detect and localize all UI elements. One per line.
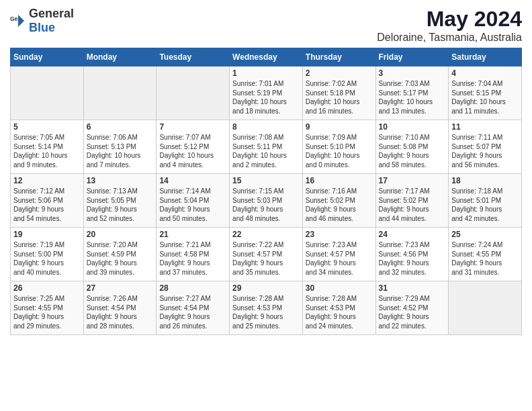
calendar-cell: 12Sunrise: 7:12 AMSunset: 5:06 PMDayligh…: [11, 174, 84, 228]
day-number: 17: [379, 176, 446, 185]
calendar-cell: 23Sunrise: 7:23 AMSunset: 4:57 PMDayligh…: [302, 228, 375, 281]
day-info-line: Daylight: 9 hours: [13, 259, 81, 268]
calendar-cell: 10Sunrise: 7:10 AMSunset: 5:08 PMDayligh…: [375, 120, 449, 174]
day-info-line: Daylight: 9 hours: [306, 205, 373, 214]
calendar-cell: 16Sunrise: 7:16 AMSunset: 5:02 PMDayligh…: [302, 174, 375, 228]
day-info-line: and 42 minutes.: [451, 214, 519, 224]
day-info-line: Daylight: 9 hours: [451, 259, 519, 268]
day-info-line: and 31 minutes.: [451, 268, 519, 277]
day-info-line: Daylight: 9 hours: [306, 312, 373, 322]
day-info-line: Sunset: 4:58 PM: [159, 250, 226, 259]
day-number: 20: [87, 230, 154, 239]
day-info-line: Sunset: 5:08 PM: [379, 142, 446, 152]
day-info: Sunrise: 7:22 AMSunset: 4:57 PMDaylight:…: [232, 240, 300, 277]
calendar-cell: 21Sunrise: 7:21 AMSunset: 4:58 PMDayligh…: [157, 228, 230, 281]
calendar-cell: 25Sunrise: 7:24 AMSunset: 4:55 PMDayligh…: [449, 228, 522, 281]
day-info-line: Sunrise: 7:06 AM: [87, 133, 154, 142]
day-info: Sunrise: 7:17 AMSunset: 5:02 PMDaylight:…: [379, 187, 446, 223]
day-info-line: Daylight: 9 hours: [232, 259, 300, 268]
day-number: 24: [379, 230, 446, 239]
day-info-line: and 22 minutes.: [379, 322, 446, 331]
day-info-line: Sunrise: 7:20 AM: [87, 240, 154, 250]
day-info-line: Daylight: 10 hours: [306, 97, 373, 107]
col-tuesday: Tuesday: [157, 48, 230, 66]
day-info: Sunrise: 7:01 AMSunset: 5:19 PMDaylight:…: [232, 79, 300, 116]
day-number: 19: [13, 230, 81, 239]
calendar-header-row: Sunday Monday Tuesday Wednesday Thursday…: [11, 48, 522, 66]
day-info-line: Sunset: 4:57 PM: [232, 250, 300, 259]
day-info: Sunrise: 7:24 AMSunset: 4:55 PMDaylight:…: [451, 240, 519, 277]
logo-icon: Gen: [10, 13, 26, 29]
day-info-line: and 29 minutes.: [13, 322, 81, 331]
day-info-line: Sunset: 5:19 PM: [232, 89, 300, 98]
day-number: 29: [232, 283, 300, 293]
day-number: 8: [232, 122, 300, 132]
day-info-line: Daylight: 9 hours: [379, 259, 446, 268]
day-info: Sunrise: 7:11 AMSunset: 5:07 PMDaylight:…: [451, 133, 519, 169]
day-info-line: Sunset: 5:07 PM: [451, 142, 519, 152]
day-info: Sunrise: 7:27 AMSunset: 4:54 PMDaylight:…: [159, 294, 226, 330]
logo-text: General Blue: [29, 7, 74, 35]
calendar-cell: 7Sunrise: 7:07 AMSunset: 5:12 PMDaylight…: [157, 120, 230, 174]
day-info-line: Daylight: 10 hours: [306, 151, 373, 161]
day-info-line: Sunrise: 7:28 AM: [306, 294, 373, 304]
day-info-line: Daylight: 9 hours: [13, 205, 81, 214]
day-info-line: Sunset: 5:17 PM: [379, 89, 446, 98]
day-info-line: and 44 minutes.: [379, 214, 446, 224]
day-info-line: Sunset: 4:55 PM: [13, 304, 81, 313]
day-info-line: Sunset: 5:15 PM: [451, 89, 519, 98]
calendar-cell: 4Sunrise: 7:04 AMSunset: 5:15 PMDaylight…: [449, 66, 522, 120]
calendar-week-3: 12Sunrise: 7:12 AMSunset: 5:06 PMDayligh…: [11, 174, 522, 228]
day-info-line: Sunset: 5:00 PM: [13, 250, 81, 259]
day-info-line: Sunset: 5:06 PM: [13, 196, 81, 205]
day-info-line: and 4 minutes.: [159, 161, 226, 170]
calendar-cell: 9Sunrise: 7:09 AMSunset: 5:10 PMDaylight…: [302, 120, 375, 174]
day-info-line: and 16 minutes.: [306, 107, 373, 116]
day-info: Sunrise: 7:05 AMSunset: 5:14 PMDaylight:…: [13, 133, 81, 169]
day-info-line: Sunrise: 7:13 AM: [87, 187, 154, 196]
day-info-line: Sunset: 5:05 PM: [87, 196, 154, 205]
day-info: Sunrise: 7:23 AMSunset: 4:57 PMDaylight:…: [306, 240, 373, 277]
day-info-line: Sunset: 5:10 PM: [306, 142, 373, 152]
day-info-line: Daylight: 10 hours: [159, 151, 226, 161]
day-number: 16: [306, 176, 373, 185]
day-info: Sunrise: 7:03 AMSunset: 5:17 PMDaylight:…: [379, 79, 446, 116]
day-info: Sunrise: 7:28 AMSunset: 4:53 PMDaylight:…: [306, 294, 373, 330]
day-number: 4: [451, 68, 519, 78]
day-number: 1: [232, 68, 300, 78]
day-info-line: Sunrise: 7:22 AM: [232, 240, 300, 250]
day-info-line: Daylight: 9 hours: [87, 205, 154, 214]
day-number: 2: [306, 68, 373, 78]
day-info: Sunrise: 7:15 AMSunset: 5:03 PMDaylight:…: [232, 187, 300, 223]
calendar-cell: 27Sunrise: 7:26 AMSunset: 4:54 PMDayligh…: [83, 281, 157, 335]
day-info: Sunrise: 7:04 AMSunset: 5:15 PMDaylight:…: [451, 79, 519, 116]
calendar-cell: 29Sunrise: 7:28 AMSunset: 4:53 PMDayligh…: [230, 281, 303, 335]
day-number: 10: [379, 122, 446, 132]
day-number: 13: [87, 176, 154, 185]
calendar-cell: 22Sunrise: 7:22 AMSunset: 4:57 PMDayligh…: [230, 228, 303, 281]
day-number: 23: [306, 230, 373, 239]
day-info: Sunrise: 7:21 AMSunset: 4:58 PMDaylight:…: [159, 240, 226, 277]
calendar-cell: 3Sunrise: 7:03 AMSunset: 5:17 PMDaylight…: [375, 66, 449, 120]
day-info-line: Daylight: 10 hours: [13, 151, 81, 161]
day-info-line: Sunset: 4:54 PM: [87, 304, 154, 313]
day-number: 30: [306, 283, 373, 293]
day-number: 22: [232, 230, 300, 239]
day-info-line: Sunrise: 7:24 AM: [451, 240, 519, 250]
day-info-line: Sunrise: 7:16 AM: [306, 187, 373, 196]
day-info-line: and 56 minutes.: [451, 161, 519, 170]
day-info-line: Sunrise: 7:19 AM: [13, 240, 81, 250]
day-info-line: and 52 minutes.: [87, 214, 154, 224]
page-title: May 2024: [377, 7, 522, 32]
day-info-line: and 37 minutes.: [159, 268, 226, 277]
day-info-line: and 40 minutes.: [13, 268, 81, 277]
day-info-line: Sunset: 5:04 PM: [159, 196, 226, 205]
day-info-line: Sunrise: 7:26 AM: [87, 294, 154, 304]
day-info: Sunrise: 7:09 AMSunset: 5:10 PMDaylight:…: [306, 133, 373, 169]
day-info-line: Daylight: 10 hours: [232, 151, 300, 161]
day-info-line: Daylight: 9 hours: [159, 312, 226, 322]
day-info-line: and 25 minutes.: [232, 322, 300, 331]
day-info-line: Sunset: 4:53 PM: [232, 304, 300, 313]
day-info-line: Sunrise: 7:28 AM: [232, 294, 300, 304]
day-info-line: and 9 minutes.: [13, 161, 81, 170]
